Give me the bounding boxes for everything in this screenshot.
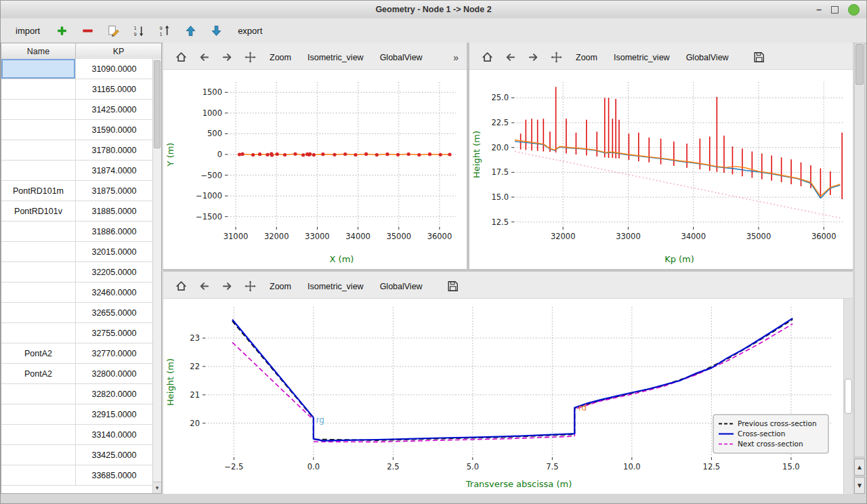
cell-kp[interactable]: 31885.0000 xyxy=(76,201,152,221)
isometric-view-button[interactable]: Isometric_view xyxy=(300,279,371,294)
table-row[interactable]: 31874.0000 xyxy=(1,161,152,181)
save-button[interactable] xyxy=(748,48,770,67)
cell-name[interactable] xyxy=(1,120,76,140)
sort-ascending-button[interactable] xyxy=(155,21,174,40)
cell-kp[interactable]: 32205.0000 xyxy=(76,262,152,282)
cell-name[interactable] xyxy=(1,282,76,302)
main-scrollbar-track[interactable] xyxy=(854,43,865,457)
table-row[interactable]: 31886.0000 xyxy=(1,222,152,242)
forward-button[interactable] xyxy=(522,48,544,67)
cell-name[interactable] xyxy=(1,79,76,99)
cell-kp[interactable]: 33685.0000 xyxy=(76,465,152,485)
cell-name[interactable] xyxy=(1,384,76,404)
table-scrollbar-thumb[interactable] xyxy=(154,60,161,148)
home-button[interactable] xyxy=(170,277,192,296)
table-row[interactable]: PontRD101v31885.0000 xyxy=(1,201,152,222)
cell-name[interactable] xyxy=(1,100,76,119)
isometric-view-button[interactable]: Isometric_view xyxy=(300,50,371,65)
back-button[interactable] xyxy=(193,48,215,67)
cell-kp[interactable]: 32770.0000 xyxy=(76,343,152,363)
cell-kp[interactable]: 32800.0000 xyxy=(76,364,152,383)
cross-section-scrollbar[interactable] xyxy=(843,299,853,494)
minimize-button[interactable]: – xyxy=(816,5,822,14)
zoom-button[interactable]: Zoom xyxy=(568,50,605,65)
cell-name[interactable]: PontA2 xyxy=(1,343,76,363)
table-scroll-down-button[interactable]: ▾ xyxy=(153,482,161,493)
table-row[interactable]: 33140.0000 xyxy=(1,425,152,445)
sort-descending-button[interactable] xyxy=(129,21,148,40)
table-row[interactable]: 32015.0000 xyxy=(1,242,152,262)
table-row[interactable]: PontRD101m31875.0000 xyxy=(1,181,152,201)
pan-button[interactable] xyxy=(239,277,261,296)
table-row[interactable]: PontA232800.0000 xyxy=(1,364,152,384)
maximize-button[interactable] xyxy=(831,6,839,14)
column-header-kp[interactable]: KP xyxy=(76,43,161,59)
table-row[interactable]: 32460.0000 xyxy=(1,282,152,303)
cell-kp[interactable]: 32655.0000 xyxy=(76,303,152,322)
pan-button[interactable] xyxy=(239,48,261,67)
table-row[interactable]: 32820.0000 xyxy=(1,384,152,404)
global-view-button[interactable]: GlobalView xyxy=(373,279,430,294)
profile-chart[interactable]: 320003300034000350003600012.515.017.520.… xyxy=(469,70,853,269)
cell-kp[interactable]: 31425.0000 xyxy=(76,100,152,119)
global-view-button[interactable]: GlobalView xyxy=(679,50,736,65)
table-row[interactable]: 32755.0000 xyxy=(1,323,152,343)
cell-name[interactable] xyxy=(1,242,76,261)
cell-kp[interactable]: 31090.0000 xyxy=(76,59,152,79)
cell-kp[interactable]: 32820.0000 xyxy=(76,384,152,404)
close-button[interactable] xyxy=(848,4,860,16)
column-header-name[interactable]: Name xyxy=(1,43,76,59)
cell-name[interactable] xyxy=(1,404,76,424)
cell-kp[interactable]: 32915.0000 xyxy=(76,404,152,424)
cell-name[interactable]: PontRD101m xyxy=(1,181,76,201)
table-row[interactable]: 31780.0000 xyxy=(1,140,152,161)
cell-name[interactable] xyxy=(1,425,76,444)
cell-name[interactable]: PontRD101v xyxy=(1,201,76,221)
forward-button[interactable] xyxy=(216,48,238,67)
edit-button[interactable] xyxy=(104,21,123,40)
pan-button[interactable] xyxy=(545,48,567,67)
cell-name[interactable] xyxy=(1,161,76,180)
main-scrollbar-thumb[interactable] xyxy=(855,44,864,85)
back-button[interactable] xyxy=(499,48,521,67)
cell-name[interactable] xyxy=(1,303,76,322)
cell-name[interactable] xyxy=(1,262,76,282)
cell-kp[interactable]: 32460.0000 xyxy=(76,282,152,302)
cell-name[interactable] xyxy=(1,222,76,241)
cross-section-chart[interactable]: −2.50.02.55.07.510.012.515.020212223Tran… xyxy=(163,299,843,494)
scroll-down-button[interactable]: ▼ xyxy=(854,477,865,494)
cell-kp[interactable]: 31886.0000 xyxy=(76,222,152,241)
move-up-button[interactable] xyxy=(181,21,200,40)
cell-name[interactable] xyxy=(1,140,76,160)
main-scrollbar[interactable]: ▲ ▼ xyxy=(854,43,865,494)
cell-kp[interactable]: 33425.0000 xyxy=(76,445,152,465)
move-down-button[interactable] xyxy=(207,21,226,40)
cell-name[interactable] xyxy=(1,465,76,485)
remove-row-button[interactable] xyxy=(78,21,97,40)
isometric-view-button[interactable]: Isometric_view xyxy=(606,50,677,65)
table-row[interactable]: PontA232770.0000 xyxy=(1,343,152,364)
cell-kp[interactable]: 31165.0000 xyxy=(76,79,152,99)
cell-kp[interactable]: 33140.0000 xyxy=(76,425,152,444)
cell-kp[interactable]: 32015.0000 xyxy=(76,242,152,261)
global-view-button[interactable]: GlobalView xyxy=(373,50,430,65)
cell-kp[interactable]: 31875.0000 xyxy=(76,181,152,201)
cell-name[interactable] xyxy=(1,323,76,343)
cell-name[interactable] xyxy=(1,445,76,465)
save-button[interactable] xyxy=(442,277,464,296)
cell-kp[interactable]: 32755.0000 xyxy=(76,323,152,343)
toolbar-overflow-button[interactable]: » xyxy=(450,52,461,63)
cell-name[interactable] xyxy=(1,59,76,79)
table-row[interactable]: 32205.0000 xyxy=(1,262,152,282)
cell-kp[interactable]: 31780.0000 xyxy=(76,140,152,160)
add-row-button[interactable] xyxy=(52,21,71,40)
forward-button[interactable] xyxy=(216,277,238,296)
back-button[interactable] xyxy=(193,277,215,296)
export-button[interactable]: export xyxy=(232,23,268,39)
cell-kp[interactable]: 31590.0000 xyxy=(76,120,152,140)
table-row[interactable]: 31590.0000 xyxy=(1,120,152,140)
table-row[interactable]: 32655.0000 xyxy=(1,303,152,323)
table-row[interactable]: 32915.0000 xyxy=(1,404,152,425)
table-row[interactable]: 33425.0000 xyxy=(1,445,152,465)
import-button[interactable]: import xyxy=(10,23,45,39)
